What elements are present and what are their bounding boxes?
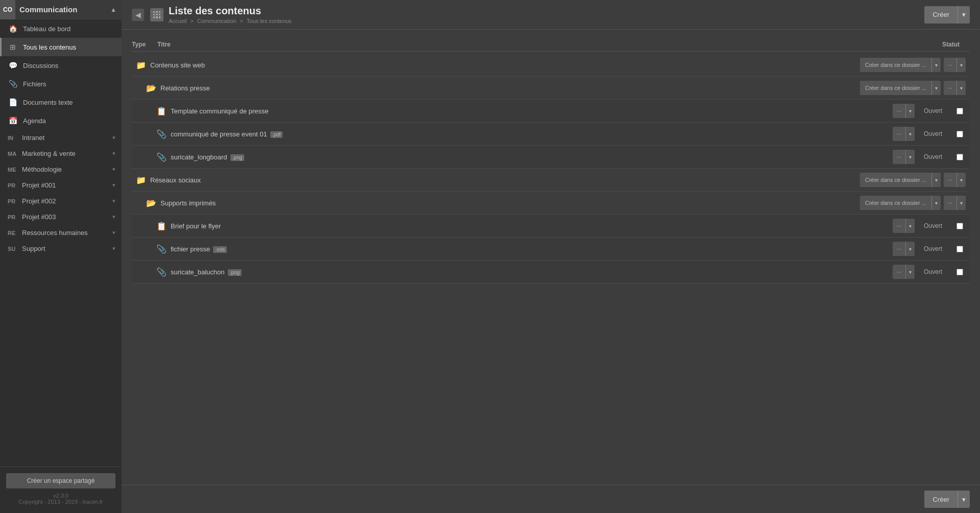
sidebar-item-discussions[interactable]: 💬 Discussions	[0, 56, 122, 75]
attachment-icon: 📎	[152, 244, 171, 254]
row-title: suricate_longboard.png	[171, 153, 893, 161]
sidebar-item-all-contents[interactable]: ⊞ Tous les contenus	[0, 38, 122, 56]
sidebar-item-support[interactable]: SU Support ▾	[0, 241, 122, 256]
row-checkbox[interactable]	[953, 131, 966, 137]
create-in-folder-dropdown[interactable]: ▾	[931, 173, 941, 187]
more-dropdown-button[interactable]: ▾	[905, 104, 915, 118]
sidebar-item-label: Intranet	[22, 134, 112, 142]
sidebar-item-label: Méthodologie	[22, 166, 112, 173]
attachment-icon: 📎	[152, 152, 171, 162]
sidebar-item-label: Projet #002	[22, 197, 112, 205]
more-actions-group: ··· ▾	[944, 196, 966, 210]
more-actions-group: ··· ▾	[893, 219, 915, 233]
file-icon: 📎	[8, 79, 18, 89]
item-prefix: SU	[8, 246, 20, 252]
sidebar-item-projet2[interactable]: PR Projet #002 ▾	[0, 193, 122, 209]
table-row: 📂 Supports imprimés Créer dans ce dossie…	[132, 192, 970, 215]
table-row: 📋 Brief pour le flyer ··· ▾ Ouvert	[132, 215, 970, 238]
row-actions: ··· ▾ Ouvert	[893, 242, 966, 256]
collapse-sidebar-button[interactable]: ◀	[132, 9, 144, 21]
row-title: Template communiqué de presse	[171, 107, 893, 115]
table-header: Type Titre Statut	[132, 38, 970, 52]
folder-icon: 📁	[132, 175, 150, 185]
sidebar-item-agenda[interactable]: 📅 Agenda	[0, 111, 122, 130]
content-area: Type Titre Statut 📁 Contenus site web Cr…	[122, 30, 980, 485]
content-table: 📁 Contenus site web Créer dans ce dossie…	[132, 54, 970, 284]
create-in-folder-button[interactable]: Créer dans ce dossier ...	[860, 196, 931, 210]
item-prefix: PR	[8, 182, 20, 189]
create-dropdown-button[interactable]: ▾	[958, 6, 970, 24]
more-button[interactable]: ···	[893, 265, 905, 279]
doc-icon: 📄	[8, 97, 18, 107]
sidebar-item-ressources[interactable]: RE Ressources humaines ▾	[0, 225, 122, 241]
row-title: Supports imprimés	[160, 199, 860, 207]
create-in-folder-dropdown[interactable]: ▾	[931, 196, 941, 210]
row-actions: ··· ▾ Ouvert	[893, 150, 966, 164]
create-in-folder-button[interactable]: Créer dans ce dossier ...	[860, 173, 931, 187]
create-in-folder-button[interactable]: Créer dans ce dossier ...	[860, 81, 931, 95]
row-checkbox[interactable]	[953, 223, 966, 229]
more-button[interactable]: ···	[893, 219, 905, 233]
more-dropdown-button[interactable]: ▾	[905, 265, 915, 279]
create-in-folder-group: Créer dans ce dossier ... ▾	[860, 196, 941, 210]
breadcrumb-all[interactable]: Tous les contenus	[247, 18, 292, 24]
create-in-folder-group: Créer dans ce dossier ... ▾	[860, 81, 941, 95]
calendar-icon: 📅	[8, 115, 18, 126]
breadcrumb-home[interactable]: Accueil	[169, 18, 186, 24]
sidebar-item-intranet[interactable]: IN Intranet ▾	[0, 130, 122, 146]
more-dropdown-button[interactable]: ▾	[905, 150, 915, 164]
row-checkbox[interactable]	[953, 108, 966, 114]
create-in-folder-button[interactable]: Créer dans ce dossier ...	[860, 58, 931, 72]
page-title-section: Liste des contenus Accueil > Communicati…	[150, 5, 924, 24]
sidebar-item-dashboard[interactable]: 🏠 Tableau de bord	[0, 19, 122, 38]
more-button[interactable]: ···	[944, 58, 956, 72]
create-in-folder-dropdown[interactable]: ▾	[931, 58, 941, 72]
table-row: 📁 Réseaux sociaux Créer dans ce dossier …	[132, 169, 970, 192]
row-checkbox[interactable]	[953, 154, 966, 160]
footer-create-dropdown-button[interactable]: ▾	[958, 491, 970, 508]
more-actions-group: ··· ▾	[893, 242, 915, 256]
footer-create-button[interactable]: Créer	[924, 491, 958, 508]
more-dropdown-button[interactable]: ▾	[956, 173, 966, 187]
create-button[interactable]: Créer	[924, 6, 958, 24]
more-dropdown-button[interactable]: ▾	[905, 219, 915, 233]
content-footer: Créer ▾	[122, 485, 980, 513]
more-dropdown-button[interactable]: ▾	[956, 196, 966, 210]
more-button[interactable]: ···	[893, 242, 905, 256]
sidebar-item-label: Tableau de bord	[23, 25, 115, 33]
status-badge: Ouvert	[918, 245, 948, 252]
chevron-right-icon: ▾	[112, 166, 115, 173]
sidebar-collapse-icon[interactable]: ▲	[110, 6, 116, 13]
row-checkbox[interactable]	[953, 246, 966, 252]
breadcrumb: Accueil > Communication > Tous les conte…	[169, 18, 292, 24]
create-in-folder-dropdown[interactable]: ▾	[931, 81, 941, 95]
sidebar-item-label: Projet #001	[22, 181, 112, 189]
row-checkbox[interactable]	[953, 269, 966, 275]
chevron-right-icon: ▾	[112, 214, 115, 220]
breadcrumb-sep2: >	[240, 18, 243, 24]
status-badge: Ouvert	[918, 268, 948, 275]
more-button[interactable]: ···	[944, 173, 956, 187]
sidebar-item-label: Support	[22, 245, 112, 252]
topbar: ◀ Liste des contenus Accueil > Communica…	[122, 0, 980, 30]
more-dropdown-button[interactable]: ▾	[905, 242, 915, 256]
more-button[interactable]: ···	[893, 150, 905, 164]
more-button[interactable]: ···	[944, 81, 956, 95]
more-button[interactable]: ···	[944, 196, 956, 210]
sidebar-item-projet3[interactable]: PR Projet #003 ▾	[0, 209, 122, 225]
breadcrumb-communication[interactable]: Communication	[197, 18, 236, 24]
sidebar-item-files[interactable]: 📎 Fichiers	[0, 75, 122, 93]
more-dropdown-button[interactable]: ▾	[905, 127, 915, 141]
sidebar-item-text-docs[interactable]: 📄 Documents texte	[0, 93, 122, 111]
breadcrumb-sep1: >	[191, 18, 194, 24]
table-row: 📎 fichier presse.ods ··· ▾ Ouvert	[132, 238, 970, 261]
more-dropdown-button[interactable]: ▾	[956, 58, 966, 72]
sidebar-item-methodologie[interactable]: ME Méthodologie ▾	[0, 161, 122, 177]
more-dropdown-button[interactable]: ▾	[956, 81, 966, 95]
sidebar-item-projet1[interactable]: PR Projet #001 ▾	[0, 177, 122, 193]
create-shared-space-button[interactable]: Créer un espace partagé	[6, 473, 115, 488]
more-button[interactable]: ···	[893, 104, 905, 118]
more-button[interactable]: ···	[893, 127, 905, 141]
page-title-group: Liste des contenus Accueil > Communicati…	[169, 5, 292, 24]
sidebar-item-marketing[interactable]: MA Marketing & vente ▾	[0, 146, 122, 161]
